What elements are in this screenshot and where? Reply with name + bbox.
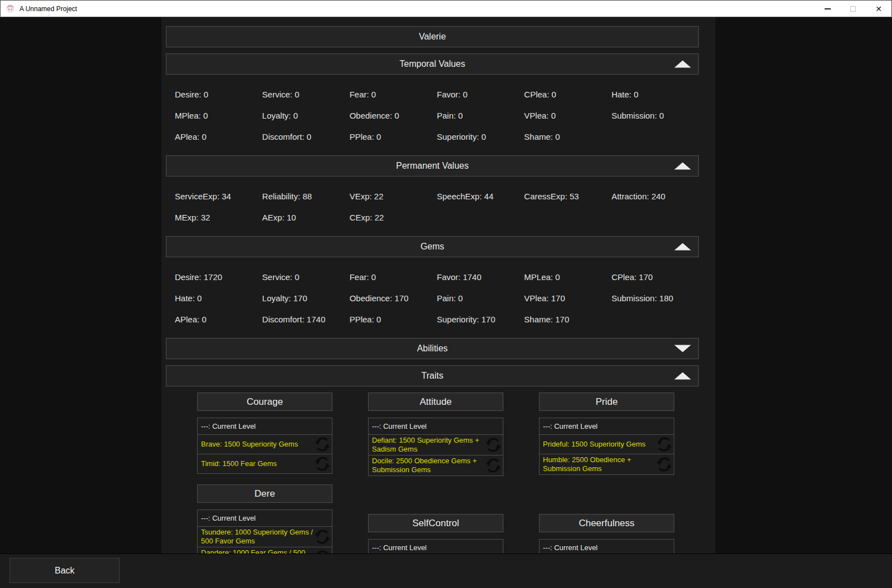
stat-item: CPlea: 0 xyxy=(524,84,611,105)
trait-title: Pride xyxy=(539,393,674,411)
bottom-bar: Back xyxy=(0,553,892,588)
stat-item: Pain: 0 xyxy=(437,288,524,309)
stat-item: VPlea: 170 xyxy=(524,288,611,309)
stat-item: Obedience: 0 xyxy=(350,105,437,126)
stat-item: Fear: 0 xyxy=(350,267,437,288)
trait-box-selfcontrol: SelfControl ---: Current Level xyxy=(368,514,503,553)
stat-item: Favor: 0 xyxy=(437,84,524,105)
section-header-permanent-values[interactable]: Permanent Values xyxy=(166,155,699,177)
trait-option-button[interactable]: Docile: 2500 Obedience Gems + Submission… xyxy=(368,455,503,476)
collapse-arrow-icon xyxy=(674,61,691,68)
stat-item: Discomfort: 0 xyxy=(262,126,350,148)
section-header-gems[interactable]: Gems xyxy=(166,236,699,257)
stat-item: Hate: 0 xyxy=(611,84,699,105)
close-icon: ✕ xyxy=(875,5,882,13)
minimize-button[interactable] xyxy=(815,1,840,17)
stat-item: Pain: 0 xyxy=(437,105,524,126)
stat-item: Loyalty: 0 xyxy=(262,105,350,126)
trait-option-button[interactable]: Timid: 1500 Fear Gems xyxy=(197,454,332,474)
trait-box-dere: Dere ---: Current Level Tsundere: 1000 S… xyxy=(197,484,332,553)
trait-box-pride: Pride ---: Current Level Prideful: 1500 … xyxy=(539,393,674,475)
collapse-arrow-icon xyxy=(674,243,691,251)
gems-grid: Desire: 1720 Service: 0 Fear: 0 Favor: 1… xyxy=(166,263,699,338)
window-titlebar[interactable]: A Unnamed Project ✕ xyxy=(0,0,892,17)
stat-item: Loyalty: 170 xyxy=(262,288,350,309)
section-header-temporal-values[interactable]: Temporal Values xyxy=(166,53,699,75)
stat-item: Desire: 0 xyxy=(175,84,262,105)
refresh-icon[interactable] xyxy=(314,436,331,453)
trait-title: SelfControl xyxy=(368,514,503,532)
refresh-icon[interactable] xyxy=(656,436,673,453)
refresh-icon[interactable] xyxy=(485,437,502,453)
trait-option-button[interactable]: Dandere: 1000 Fear Gems / 500 Pain xyxy=(197,547,332,553)
stat-item: Shame: 0 xyxy=(524,126,611,148)
trait-title: Dere xyxy=(197,484,332,503)
character-name-header: Valerie xyxy=(166,26,699,47)
trait-current-level: ---: Current Level xyxy=(197,509,332,527)
expand-arrow-icon xyxy=(674,345,691,352)
stat-item: Discomfort: 1740 xyxy=(262,309,350,330)
maximize-icon xyxy=(850,6,856,12)
stat-item: Reliability: 88 xyxy=(262,186,350,207)
stat-item: Desire: 1720 xyxy=(175,267,262,288)
trait-option-button[interactable]: Tsundere: 1000 Superiority Gems / 500 Fa… xyxy=(197,526,332,547)
stat-item: Superiority: 170 xyxy=(437,309,524,330)
stat-item: Service: 0 xyxy=(262,267,350,288)
trait-option-button[interactable]: Humble: 2500 Obedience + Submission Gems xyxy=(539,454,674,475)
permanent-values-grid: ServiceExp: 34 Reliability: 88 VExp: 22 … xyxy=(166,183,699,236)
section-title: Traits xyxy=(422,371,443,381)
trait-current-level: ---: Current Level xyxy=(539,418,674,435)
section-title: Temporal Values xyxy=(400,59,465,69)
stat-item: CaressExp: 53 xyxy=(524,186,611,207)
stat-item: Service: 0 xyxy=(262,84,350,105)
stat-item: MPLea: 0 xyxy=(524,267,611,288)
close-button[interactable]: ✕ xyxy=(866,1,891,17)
collapse-arrow-icon xyxy=(674,373,691,380)
stat-item: APlea: 0 xyxy=(175,309,262,330)
temporal-values-grid: Desire: 0 Service: 0 Fear: 0 Favor: 0 CP… xyxy=(166,81,699,155)
app-window: A Unnamed Project ✕ Valerie Temporal Val… xyxy=(0,0,892,588)
trait-option-button[interactable]: Brave: 1500 Superiority Gems xyxy=(197,434,332,454)
refresh-icon[interactable] xyxy=(314,455,331,472)
stat-item: AExp: 10 xyxy=(262,207,350,228)
section-header-traits[interactable]: Traits xyxy=(166,365,699,386)
stat-item: Attraction: 240 xyxy=(611,186,699,207)
refresh-icon[interactable] xyxy=(656,456,673,473)
stat-item: Fear: 0 xyxy=(350,84,437,105)
stat-item: ServiceExp: 34 xyxy=(175,186,262,207)
stat-item: Submission: 180 xyxy=(611,288,699,309)
collapse-arrow-icon xyxy=(674,163,691,170)
section-header-abilities[interactable]: Abilities xyxy=(166,338,699,359)
character-panel-scroll[interactable]: Valerie Temporal Values Desire: 0 Servic… xyxy=(161,17,715,553)
traits-grid: Courage ---: Current Level Brave: 1500 S… xyxy=(197,393,699,553)
trait-title: Courage xyxy=(197,393,332,411)
app-icon xyxy=(6,4,15,13)
stat-item: SpeechExp: 44 xyxy=(437,186,524,207)
trait-current-level: ---: Current Level xyxy=(368,539,503,553)
trait-box-courage: Courage ---: Current Level Brave: 1500 S… xyxy=(197,393,332,474)
trait-current-level: ---: Current Level xyxy=(368,418,503,435)
character-name: Valerie xyxy=(419,32,446,42)
trait-option-button[interactable]: Prideful: 1500 Superiority Gems xyxy=(539,434,674,454)
window-title: A Unnamed Project xyxy=(19,5,77,13)
trait-current-level: ---: Current Level xyxy=(539,539,674,553)
refresh-icon[interactable] xyxy=(314,528,331,545)
stat-item: Submission: 0 xyxy=(611,105,699,126)
stat-item: Hate: 0 xyxy=(175,288,262,309)
section-title: Gems xyxy=(420,242,444,252)
main-area: Valerie Temporal Values Desire: 0 Servic… xyxy=(0,17,892,553)
stat-item: PPlea: 0 xyxy=(350,309,437,330)
trait-box-attitude: Attitude ---: Current Level Defiant: 150… xyxy=(368,393,503,476)
trait-title: Cheerfulness xyxy=(539,514,674,532)
stat-item: MExp: 32 xyxy=(175,207,262,228)
refresh-icon[interactable] xyxy=(485,457,502,474)
stat-item: Favor: 1740 xyxy=(437,267,524,288)
back-button[interactable]: Back xyxy=(9,558,120,583)
trait-current-level: ---: Current Level xyxy=(197,418,332,435)
maximize-button[interactable] xyxy=(840,1,866,17)
refresh-icon[interactable] xyxy=(314,549,331,553)
stat-item: Obedience: 170 xyxy=(350,288,437,309)
trait-box-cheerfulness: Cheerfulness ---: Current Level xyxy=(539,514,674,553)
trait-option-button[interactable]: Defiant: 1500 Superiority Gems + Sadism … xyxy=(368,434,503,455)
trait-title: Attitude xyxy=(368,393,503,411)
